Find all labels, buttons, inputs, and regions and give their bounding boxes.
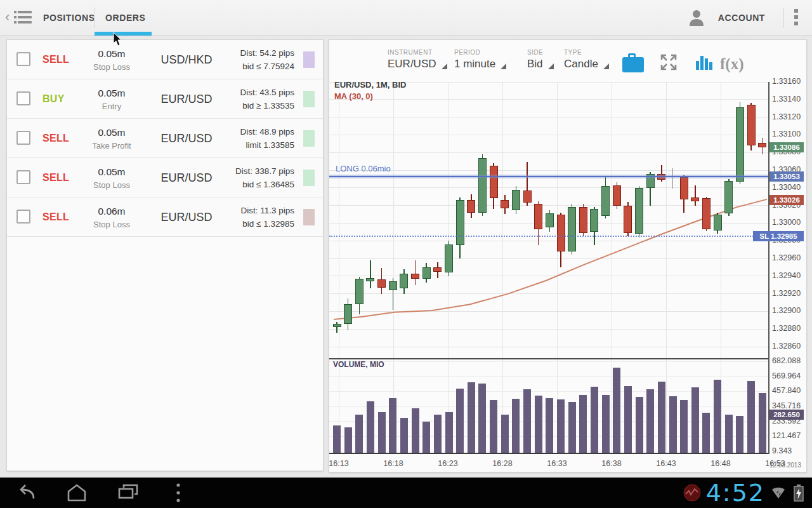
order-checkbox[interactable] xyxy=(16,91,30,105)
candle-body xyxy=(377,279,386,288)
candle-body xyxy=(546,213,554,227)
candle-body xyxy=(512,190,520,210)
order-instrument: EUR/USD xyxy=(152,171,221,184)
candle-wick xyxy=(370,260,371,288)
price-axis-label: 1.32960 xyxy=(772,253,805,262)
price-badge: 1.33086 xyxy=(769,142,804,152)
order-condition: bid ≥ 1.33535 xyxy=(240,101,294,110)
chart-card: INSTRUMENT EUR/USD PERIOD 1 minute SIDE … xyxy=(329,39,807,472)
price-chart[interactable]: EUR/USD, 1M, BID MA (30, 0) VOLUME, MIO … xyxy=(329,77,806,472)
price-gridline xyxy=(329,135,768,135)
candle-body xyxy=(579,207,587,232)
order-row[interactable]: BUY0.05mEntryEUR/USDDist: 43.5 pipsbid ≥… xyxy=(7,79,323,119)
order-amount-block: 0.05mTake Profit xyxy=(77,126,147,150)
dropdown-triangle-icon xyxy=(603,64,609,69)
order-instrument: EUR/USD xyxy=(152,131,221,145)
candle-body xyxy=(490,166,498,198)
functions-button[interactable]: f(x) xyxy=(720,55,743,73)
price-gridline xyxy=(329,311,768,312)
volume-bar xyxy=(456,389,464,453)
candle-wick xyxy=(695,185,696,206)
dropdown-triangle-icon xyxy=(548,64,554,69)
period-caption: PERIOD xyxy=(454,49,506,56)
order-checkbox[interactable] xyxy=(16,131,30,145)
price-gridline xyxy=(329,329,768,330)
orders-list: SELL0.05mStop LossUSD/HKDDist: 54.2 pips… xyxy=(7,40,323,237)
trade-tools-button[interactable] xyxy=(622,53,644,72)
candle-body xyxy=(333,324,341,328)
order-row[interactable]: SELL0.05mStop LossEUR/USDDist: 338.7 pip… xyxy=(7,158,323,197)
price-axis-label: 1.33120 xyxy=(772,112,805,121)
chevron-left-icon: ‹ xyxy=(5,11,11,23)
volume-bar xyxy=(389,398,396,453)
price-gridline xyxy=(329,293,768,294)
time-axis-label: 16:38 xyxy=(596,459,627,468)
price-badge: SL 1.32985 xyxy=(753,231,804,241)
order-color-tag xyxy=(303,170,315,186)
order-row[interactable]: SELL0.05mTake ProfitEUR/USDDist: 48.9 pi… xyxy=(7,119,323,158)
volume-axis-label: 569.964 xyxy=(772,371,805,380)
order-row[interactable]: SELL0.05mStop LossUSD/HKDDist: 54.2 pips… xyxy=(7,40,323,79)
price-axis-label: 1.33040 xyxy=(772,183,805,192)
time-gridline xyxy=(339,82,339,453)
candle-body xyxy=(568,207,576,251)
order-checkbox[interactable] xyxy=(16,210,30,224)
candle-body xyxy=(366,278,374,282)
time-gridline xyxy=(502,82,503,453)
fullscreen-button[interactable] xyxy=(659,53,678,74)
indicators-button[interactable] xyxy=(695,53,713,74)
home-icon xyxy=(66,483,88,503)
candle-body xyxy=(747,105,756,145)
order-distance-block: Dist: 338.7 pipsbid ≤ 1.36485 xyxy=(235,166,294,189)
overflow-menu-button[interactable] xyxy=(790,9,802,27)
order-amount: 0.05m xyxy=(77,87,147,98)
instrument-dropdown[interactable]: INSTRUMENT EUR/USD xyxy=(388,49,447,70)
tab-positions[interactable]: POSITIONS xyxy=(43,0,95,36)
time-axis-label: 16:13 xyxy=(329,459,354,468)
time-axis-label: 16:53 xyxy=(760,459,790,468)
order-amount-block: 0.06mStop Loss xyxy=(77,205,147,229)
period-dropdown[interactable]: PERIOD 1 minute xyxy=(454,49,506,70)
status-clock: 4:52 xyxy=(706,479,765,507)
type-value: Candle xyxy=(564,58,598,70)
back-button[interactable] xyxy=(15,483,37,505)
order-checkbox[interactable] xyxy=(16,170,30,184)
order-amount-block: 0.05mStop Loss xyxy=(77,48,147,71)
price-axis-label: 1.32940 xyxy=(772,271,805,280)
order-instrument: USD/HKD xyxy=(152,53,221,66)
price-axis-label: 1.32880 xyxy=(772,324,805,333)
order-distance: Dist: 54.2 pips xyxy=(240,48,294,58)
type-dropdown[interactable]: TYPE Candle xyxy=(564,49,609,70)
price-gridline xyxy=(329,241,768,241)
volume-bar xyxy=(591,387,598,453)
volume-bar xyxy=(702,413,710,453)
time-gridline xyxy=(393,82,394,453)
status-cluster[interactable]: 4:52 xyxy=(683,478,806,508)
dropdown-triangle-icon xyxy=(501,64,506,69)
volume-bar xyxy=(535,396,542,453)
home-button[interactable] xyxy=(66,483,88,505)
tab-orders[interactable]: ORDERS xyxy=(105,0,146,36)
side-dropdown[interactable]: SIDE Bid xyxy=(527,49,554,70)
volume-bar xyxy=(478,384,486,453)
candle-body xyxy=(714,215,722,231)
order-row[interactable]: SELL0.06mStop LossEUR/USDDist: 11.3 pips… xyxy=(7,197,323,237)
candle-body xyxy=(411,274,419,279)
recents-button[interactable] xyxy=(117,483,140,505)
candle-body xyxy=(478,158,487,213)
menu-button[interactable] xyxy=(173,481,184,507)
type-caption: TYPE xyxy=(564,49,609,56)
battery-icon xyxy=(792,483,806,502)
candle-body xyxy=(534,204,542,229)
order-distance-block: Dist: 43.5 pipsbid ≥ 1.33535 xyxy=(240,88,294,110)
order-type: Entry xyxy=(77,101,147,110)
candle-body xyxy=(758,143,766,147)
ma-indicator-label: MA (30, 0) xyxy=(334,91,373,101)
time-gridline xyxy=(666,82,667,453)
app-menu-icon[interactable]: ‹ xyxy=(5,8,34,27)
order-checkbox[interactable] xyxy=(16,52,30,66)
order-condition: limit 1.33585 xyxy=(240,140,294,150)
order-amount: 0.06m xyxy=(77,205,147,217)
price-gridline xyxy=(329,152,768,153)
time-axis-label: 16:18 xyxy=(378,459,409,468)
